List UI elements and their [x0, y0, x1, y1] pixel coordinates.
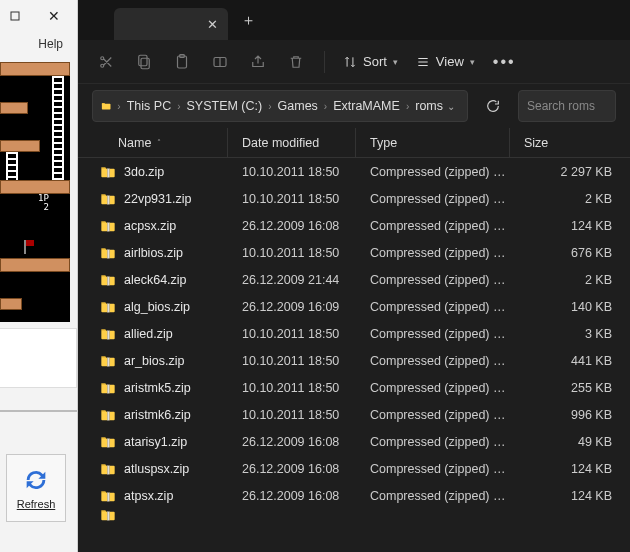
- file-size: 255 KB: [510, 381, 630, 395]
- crumb-seg[interactable]: roms: [415, 99, 443, 113]
- file-type: Compressed (zipped) Folder: [356, 408, 510, 422]
- zip-folder-icon: [100, 219, 116, 233]
- table-row[interactable]: aristmk6.zip10.10.2011 18:50Compressed (…: [78, 401, 630, 428]
- preview-score-text: 1P 2: [38, 194, 49, 212]
- svg-rect-6: [102, 104, 111, 110]
- file-type: Compressed (zipped) Folder: [356, 246, 510, 260]
- file-date: 26.12.2009 16:08: [228, 489, 356, 503]
- zip-folder-icon: [100, 408, 116, 422]
- file-type: Compressed (zipped) Folder: [356, 192, 510, 206]
- table-row[interactable]: atluspsx.zip26.12.2009 16:08Compressed (…: [78, 455, 630, 482]
- file-name: atluspsx.zip: [124, 462, 189, 476]
- chevron-down-icon: ▾: [470, 57, 475, 67]
- file-size: 124 KB: [510, 489, 630, 503]
- refresh-button[interactable]: Refresh: [6, 454, 66, 522]
- table-row[interactable]: 22vp931.zip10.10.2011 18:50Compressed (z…: [78, 185, 630, 212]
- zip-folder-icon: [100, 508, 116, 521]
- file-list: 3do.zip10.10.2011 18:50Compressed (zippe…: [78, 158, 630, 521]
- file-date: 10.10.2011 18:50: [228, 381, 356, 395]
- table-row[interactable]: acpsx.zip26.12.2009 16:08Compressed (zip…: [78, 212, 630, 239]
- share-icon[interactable]: [248, 52, 268, 72]
- file-type: Compressed (zipped) Folder: [356, 354, 510, 368]
- refresh-address-button[interactable]: [478, 91, 508, 121]
- column-header-type[interactable]: Type: [356, 128, 510, 157]
- tab-close-icon[interactable]: ✕: [207, 17, 218, 32]
- zip-folder-icon: [100, 489, 116, 503]
- chevron-down-icon[interactable]: ⌄: [447, 101, 459, 112]
- command-bar: Sort ▾ View ▾ •••: [78, 40, 630, 84]
- file-name: aristmk6.zip: [124, 408, 191, 422]
- table-row[interactable]: allied.zip10.10.2011 18:50Compressed (zi…: [78, 320, 630, 347]
- sort-dropdown[interactable]: Sort ▾: [343, 54, 398, 69]
- paste-icon[interactable]: [172, 52, 192, 72]
- file-type: Compressed (zipped) Folder: [356, 300, 510, 314]
- file-date: 26.12.2009 16:08: [228, 219, 356, 233]
- file-date: 26.12.2009 16:09: [228, 300, 356, 314]
- table-row[interactable]: airlbios.zip10.10.2011 18:50Compressed (…: [78, 239, 630, 266]
- table-row[interactable]: 3do.zip10.10.2011 18:50Compressed (zippe…: [78, 158, 630, 185]
- zip-folder-icon: [100, 273, 116, 287]
- close-button[interactable]: ✕: [40, 2, 70, 30]
- zip-folder-icon: [100, 246, 116, 260]
- cut-icon[interactable]: [96, 52, 116, 72]
- delete-icon[interactable]: [286, 52, 306, 72]
- column-header-row: Name˄ Date modified Type Size: [78, 128, 630, 158]
- file-type: Compressed (zipped) Folder: [356, 462, 510, 476]
- chevron-down-icon: ▾: [393, 57, 398, 67]
- file-name: alg_bios.zip: [124, 300, 190, 314]
- help-menu[interactable]: Help: [0, 32, 77, 56]
- table-row[interactable]: aleck64.zip26.12.2009 21:44Compressed (z…: [78, 266, 630, 293]
- copy-icon[interactable]: [134, 52, 154, 72]
- column-header-name[interactable]: Name˄: [78, 128, 228, 157]
- file-size: 3 KB: [510, 327, 630, 341]
- crumb-seg[interactable]: SYSTEM (C:): [187, 99, 263, 113]
- more-options-button[interactable]: •••: [493, 53, 516, 71]
- maximize-button[interactable]: [0, 2, 30, 30]
- new-tab-button[interactable]: ＋: [234, 6, 262, 34]
- view-dropdown[interactable]: View ▾: [416, 54, 475, 69]
- file-size: 441 KB: [510, 354, 630, 368]
- crumb-seg[interactable]: Games: [278, 99, 318, 113]
- table-row[interactable]: alg_bios.zip26.12.2009 16:09Compressed (…: [78, 293, 630, 320]
- table-row[interactable]: aristmk5.zip10.10.2011 18:50Compressed (…: [78, 374, 630, 401]
- refresh-icon: [22, 466, 50, 494]
- file-type: Compressed (zipped) Folder: [356, 219, 510, 233]
- file-type: Compressed (zipped) Folder: [356, 327, 510, 341]
- reload-icon: [485, 98, 501, 114]
- file-name: allied.zip: [124, 327, 173, 341]
- column-header-date[interactable]: Date modified: [228, 128, 356, 157]
- separator: [324, 51, 325, 73]
- column-header-size[interactable]: Size: [510, 128, 630, 157]
- file-size: 676 KB: [510, 246, 630, 260]
- file-type: Compressed (zipped) Folder: [356, 273, 510, 287]
- tab-bar: ✕ ＋: [78, 0, 630, 40]
- table-row[interactable]: [78, 509, 630, 521]
- file-size: 2 297 KB: [510, 165, 630, 179]
- table-row[interactable]: ar_bios.zip10.10.2011 18:50Compressed (z…: [78, 347, 630, 374]
- table-row[interactable]: atarisy1.zip26.12.2009 16:08Compressed (…: [78, 428, 630, 455]
- file-date: 26.12.2009 21:44: [228, 273, 356, 287]
- file-name: atarisy1.zip: [124, 435, 187, 449]
- breadcrumb[interactable]: › This PC› SYSTEM (C:)› Games› ExtraMAME…: [92, 90, 468, 122]
- zip-folder-icon: [100, 462, 116, 476]
- explorer-tab[interactable]: ✕: [114, 8, 228, 40]
- file-name: 3do.zip: [124, 165, 164, 179]
- flag-icon: [24, 240, 36, 250]
- search-input[interactable]: Search roms: [518, 90, 616, 122]
- file-size: 140 KB: [510, 300, 630, 314]
- file-date: 26.12.2009 16:08: [228, 462, 356, 476]
- file-name: aristmk5.zip: [124, 381, 191, 395]
- folder-icon: [101, 99, 111, 113]
- table-row[interactable]: atpsx.zip26.12.2009 16:08Compressed (zip…: [78, 482, 630, 509]
- svg-rect-1: [139, 55, 147, 66]
- file-name: acpsx.zip: [124, 219, 176, 233]
- left-list-area: [0, 328, 77, 388]
- address-bar-row: › This PC› SYSTEM (C:)› Games› ExtraMAME…: [78, 84, 630, 128]
- sort-asc-icon: ˄: [157, 138, 161, 147]
- rename-icon[interactable]: [210, 52, 230, 72]
- file-date: 10.10.2011 18:50: [228, 192, 356, 206]
- file-size: 2 KB: [510, 192, 630, 206]
- crumb-seg[interactable]: This PC: [127, 99, 171, 113]
- crumb-seg[interactable]: ExtraMAME: [333, 99, 400, 113]
- file-type: Compressed (zipped) Folder: [356, 381, 510, 395]
